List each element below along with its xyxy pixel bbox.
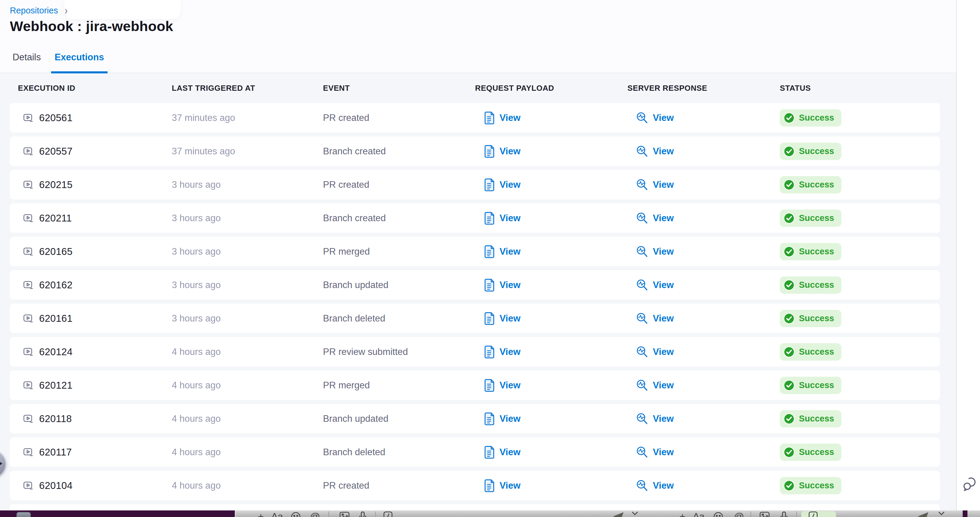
request-payload-view-link[interactable]: View bbox=[500, 414, 520, 424]
mention-icon[interactable]: @ bbox=[310, 511, 320, 517]
col-event: EVENT bbox=[323, 84, 475, 93]
execution-id-cell: 620118 bbox=[18, 413, 172, 425]
last-triggered-at: 4 hours ago bbox=[172, 480, 323, 491]
request-payload-cell: View bbox=[475, 446, 627, 459]
table-row[interactable]: 620557 37 minutes ago Branch created Vie… bbox=[10, 136, 940, 166]
emoji-icon[interactable] bbox=[290, 511, 301, 517]
table-row[interactable]: 620117 4 hours ago Branch deleted View V… bbox=[10, 437, 940, 467]
status-text: Success bbox=[799, 414, 834, 423]
status-text: Success bbox=[799, 280, 834, 290]
execution-id: 620211 bbox=[39, 213, 72, 224]
document-icon bbox=[484, 479, 495, 492]
request-payload-view-link[interactable]: View bbox=[500, 179, 520, 190]
status-badge: Success bbox=[780, 109, 842, 127]
code-block-icon[interactable] bbox=[808, 511, 818, 517]
text-format-icon[interactable]: Aa bbox=[271, 511, 283, 517]
check-circle-icon bbox=[783, 413, 795, 425]
table-row[interactable]: 620124 4 hours ago PR review submitted V… bbox=[10, 337, 940, 366]
code-block-icon[interactable] bbox=[383, 511, 393, 517]
mic-icon[interactable] bbox=[780, 511, 788, 517]
table-row[interactable]: 620165 3 hours ago PR merged View View bbox=[10, 237, 940, 266]
inspect-pulse-icon bbox=[636, 479, 648, 492]
server-response-view-link[interactable]: View bbox=[653, 113, 674, 123]
document-icon bbox=[484, 279, 495, 292]
execution-id: 620117 bbox=[39, 447, 72, 458]
tab-details[interactable]: Details bbox=[13, 50, 41, 73]
table-row[interactable]: 620561 37 minutes ago PR created View Vi… bbox=[10, 103, 940, 133]
col-last-triggered-at: LAST TRIGGERED AT bbox=[172, 84, 323, 93]
play-square-icon bbox=[23, 146, 34, 157]
table-row[interactable]: 620121 4 hours ago PR merged View View bbox=[10, 370, 940, 400]
mention-icon[interactable]: @ bbox=[734, 511, 744, 517]
request-payload-view-link[interactable]: View bbox=[500, 480, 520, 491]
server-response-view-link[interactable]: View bbox=[653, 347, 674, 357]
server-response-view-link[interactable]: View bbox=[653, 480, 674, 491]
table-row[interactable]: 620104 4 hours ago PR created View View bbox=[10, 471, 940, 500]
server-response-cell: View bbox=[627, 479, 780, 492]
table-row[interactable]: 620161 3 hours ago Branch deleted View V… bbox=[10, 304, 940, 333]
status-cell: Success bbox=[780, 276, 940, 294]
executions-table: EXECUTION ID LAST TRIGGERED AT EVENT REQ… bbox=[0, 74, 956, 517]
request-payload-view-link[interactable]: View bbox=[500, 113, 520, 123]
chat-bubbles-icon[interactable] bbox=[963, 476, 977, 492]
server-response-view-link[interactable]: View bbox=[653, 179, 674, 190]
send-icon[interactable] bbox=[612, 511, 624, 517]
col-execution-id: EXECUTION ID bbox=[18, 84, 172, 93]
document-icon bbox=[484, 111, 495, 124]
mic-icon[interactable] bbox=[358, 511, 367, 517]
server-response-cell: View bbox=[627, 112, 780, 124]
request-payload-view-link[interactable]: View bbox=[500, 213, 520, 224]
image-icon[interactable] bbox=[339, 511, 350, 517]
plus-icon[interactable]: + bbox=[679, 511, 686, 517]
status-text: Success bbox=[799, 313, 834, 323]
request-payload-cell: View bbox=[475, 111, 627, 124]
server-response-view-link[interactable]: View bbox=[653, 313, 674, 324]
text-format-icon[interactable]: Aa bbox=[693, 511, 705, 517]
event-name: PR created bbox=[323, 179, 475, 190]
event-name: PR merged bbox=[323, 380, 475, 391]
server-response-cell: View bbox=[627, 212, 780, 224]
status-text: Success bbox=[799, 113, 834, 123]
table-row[interactable]: 620215 3 hours ago PR created View View bbox=[10, 170, 940, 200]
status-badge: Success bbox=[780, 410, 842, 427]
breadcrumb-repositories-link[interactable]: Repositories bbox=[10, 6, 58, 16]
request-payload-view-link[interactable]: View bbox=[500, 146, 520, 157]
tab-executions[interactable]: Executions bbox=[51, 50, 108, 73]
server-response-view-link[interactable]: View bbox=[653, 213, 674, 224]
avatar bbox=[16, 512, 31, 517]
table-row[interactable]: 620211 3 hours ago Branch created View V… bbox=[10, 203, 940, 233]
last-triggered-at: 37 minutes ago bbox=[172, 146, 323, 157]
request-payload-view-link[interactable]: View bbox=[500, 447, 520, 458]
document-icon bbox=[484, 345, 495, 358]
server-response-view-link[interactable]: View bbox=[653, 414, 674, 424]
request-payload-cell: View bbox=[475, 312, 627, 325]
chevron-down-icon[interactable] bbox=[938, 511, 945, 515]
server-response-view-link[interactable]: View bbox=[653, 380, 674, 391]
status-text: Success bbox=[799, 180, 834, 190]
request-payload-view-link[interactable]: View bbox=[500, 280, 520, 290]
execution-id-cell: 620557 bbox=[18, 146, 172, 157]
plus-icon[interactable]: + bbox=[258, 511, 264, 517]
breadcrumb: Repositories › bbox=[10, 5, 67, 16]
execution-id: 620215 bbox=[39, 179, 73, 190]
chevron-down-icon[interactable] bbox=[632, 511, 638, 515]
request-payload-view-link[interactable]: View bbox=[500, 313, 520, 324]
emoji-icon[interactable] bbox=[713, 511, 724, 517]
send-icon[interactable] bbox=[917, 511, 929, 517]
image-icon[interactable] bbox=[759, 511, 770, 517]
request-payload-view-link[interactable]: View bbox=[500, 246, 520, 257]
table-row[interactable]: 620118 4 hours ago Branch updated View V… bbox=[10, 404, 940, 433]
server-response-view-link[interactable]: View bbox=[653, 246, 674, 257]
execution-id-cell: 620165 bbox=[18, 246, 172, 257]
table-row[interactable]: 620162 3 hours ago Branch updated View V… bbox=[10, 270, 940, 300]
request-payload-view-link[interactable]: View bbox=[500, 380, 520, 391]
request-payload-cell: View bbox=[475, 479, 627, 492]
col-status: STATUS bbox=[780, 84, 940, 93]
execution-id-cell: 620121 bbox=[18, 380, 172, 391]
table-rows: 620561 37 minutes ago PR created View Vi… bbox=[10, 103, 940, 504]
server-response-view-link[interactable]: View bbox=[653, 280, 674, 290]
server-response-view-link[interactable]: View bbox=[653, 447, 674, 458]
request-payload-view-link[interactable]: View bbox=[500, 347, 520, 357]
execution-id-cell: 620117 bbox=[18, 447, 172, 458]
server-response-view-link[interactable]: View bbox=[653, 146, 674, 157]
